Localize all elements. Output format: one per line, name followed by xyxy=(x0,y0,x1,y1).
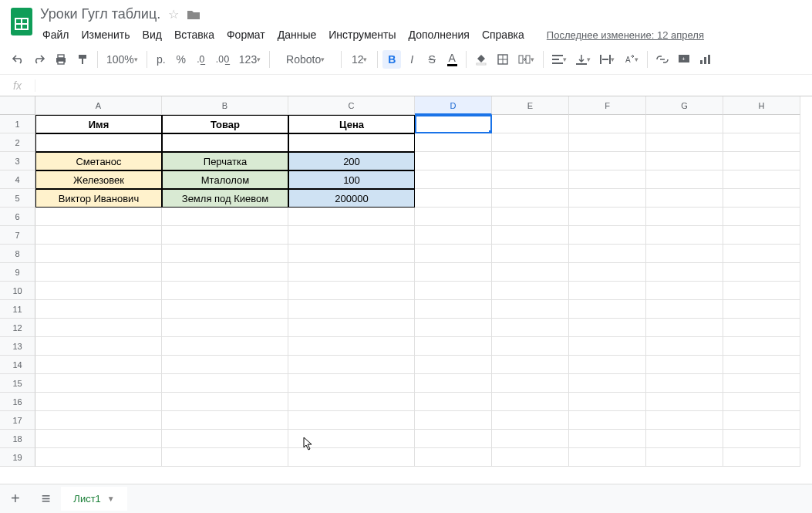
cell-F13[interactable] xyxy=(569,337,646,356)
cell-C10[interactable] xyxy=(288,282,415,300)
cell-D10[interactable] xyxy=(415,282,492,300)
cell-B4[interactable]: Мталолом xyxy=(162,170,288,189)
cell-E2[interactable] xyxy=(492,133,569,152)
cell-A17[interactable] xyxy=(35,411,162,430)
cell-E17[interactable] xyxy=(492,411,569,430)
fill-color-button[interactable] xyxy=(471,50,491,69)
cell-B16[interactable] xyxy=(162,393,288,411)
cell-C17[interactable] xyxy=(288,411,415,430)
cell-H1[interactable] xyxy=(723,115,800,133)
menu-insert[interactable]: Вставка xyxy=(169,25,220,44)
spreadsheet-grid[interactable]: ABCDEFGH1ИмяТоварЦена23СметаносПерчатка2… xyxy=(0,96,812,467)
cell-H18[interactable] xyxy=(723,430,800,448)
cell-D8[interactable] xyxy=(415,245,492,263)
bold-button[interactable]: B xyxy=(382,50,401,69)
row-header-6[interactable]: 6 xyxy=(0,208,35,226)
row-header-17[interactable]: 17 xyxy=(0,411,35,430)
row-header-7[interactable]: 7 xyxy=(0,226,35,245)
cell-B5[interactable]: Земля под Киевом xyxy=(162,189,288,208)
cell-C3[interactable]: 200 xyxy=(288,152,415,170)
row-header-15[interactable]: 15 xyxy=(0,374,35,393)
cell-D1[interactable] xyxy=(415,115,492,133)
row-header-9[interactable]: 9 xyxy=(0,263,35,282)
cell-B7[interactable] xyxy=(162,226,288,245)
cell-A8[interactable] xyxy=(35,245,162,263)
menu-edit[interactable]: Изменить xyxy=(76,25,135,44)
cell-F16[interactable] xyxy=(569,393,646,411)
cell-G10[interactable] xyxy=(646,282,723,300)
cell-F8[interactable] xyxy=(569,245,646,263)
merge-cells-button[interactable] xyxy=(514,52,538,67)
cell-F17[interactable] xyxy=(569,411,646,430)
cell-C19[interactable] xyxy=(288,448,415,467)
cell-H19[interactable] xyxy=(723,448,800,467)
cell-E1[interactable] xyxy=(492,115,569,133)
cell-H13[interactable] xyxy=(723,337,800,356)
cell-C7[interactable] xyxy=(288,226,415,245)
row-header-18[interactable]: 18 xyxy=(0,430,35,448)
cell-G7[interactable] xyxy=(646,226,723,245)
cell-D13[interactable] xyxy=(415,337,492,356)
cell-B15[interactable] xyxy=(162,374,288,393)
menu-view[interactable]: Вид xyxy=(137,25,167,44)
cell-E5[interactable] xyxy=(492,189,569,208)
cell-A18[interactable] xyxy=(35,430,162,448)
cell-A1[interactable]: Имя xyxy=(35,115,162,133)
cell-C12[interactable] xyxy=(288,319,415,337)
cell-C18[interactable] xyxy=(288,430,415,448)
cell-D17[interactable] xyxy=(415,411,492,430)
col-header-C[interactable]: C xyxy=(288,96,415,115)
cell-A13[interactable] xyxy=(35,337,162,356)
add-sheet-button[interactable]: + xyxy=(0,490,31,508)
cell-A19[interactable] xyxy=(35,448,162,467)
cell-B17[interactable] xyxy=(162,411,288,430)
cell-C4[interactable]: 100 xyxy=(288,170,415,189)
cell-B3[interactable]: Перчатка xyxy=(162,152,288,170)
cell-H14[interactable] xyxy=(723,356,800,374)
decrease-decimal-button[interactable]: .0̲ xyxy=(192,51,211,68)
more-formats-dropdown[interactable]: 123 xyxy=(235,50,264,69)
cell-E3[interactable] xyxy=(492,152,569,170)
cell-E14[interactable] xyxy=(492,356,569,374)
insert-chart-button[interactable] xyxy=(696,51,714,68)
cell-A3[interactable]: Сметанос xyxy=(35,152,162,170)
cell-F12[interactable] xyxy=(569,319,646,337)
cell-C9[interactable] xyxy=(288,263,415,282)
col-header-G[interactable]: G xyxy=(646,96,723,115)
cell-H17[interactable] xyxy=(723,411,800,430)
cell-F15[interactable] xyxy=(569,374,646,393)
cell-D14[interactable] xyxy=(415,356,492,374)
cell-E19[interactable] xyxy=(492,448,569,467)
paint-format-button[interactable] xyxy=(72,50,93,69)
cell-A11[interactable] xyxy=(35,300,162,319)
cell-A12[interactable] xyxy=(35,319,162,337)
row-header-8[interactable]: 8 xyxy=(0,245,35,263)
row-header-5[interactable]: 5 xyxy=(0,189,35,208)
cell-E7[interactable] xyxy=(492,226,569,245)
cell-H9[interactable] xyxy=(723,263,800,282)
cell-C15[interactable] xyxy=(288,374,415,393)
cell-G18[interactable] xyxy=(646,430,723,448)
cell-F3[interactable] xyxy=(569,152,646,170)
cell-A7[interactable] xyxy=(35,226,162,245)
cell-H15[interactable] xyxy=(723,374,800,393)
cell-G16[interactable] xyxy=(646,393,723,411)
sheet-tab[interactable]: Лист1 ▼ xyxy=(61,487,126,511)
row-header-13[interactable]: 13 xyxy=(0,337,35,356)
col-header-E[interactable]: E xyxy=(492,96,569,115)
move-folder-icon[interactable] xyxy=(187,9,200,20)
insert-comment-button[interactable]: + xyxy=(674,51,694,68)
cell-G1[interactable] xyxy=(646,115,723,133)
cell-H4[interactable] xyxy=(723,170,800,189)
cell-B18[interactable] xyxy=(162,430,288,448)
cell-F18[interactable] xyxy=(569,430,646,448)
zoom-dropdown[interactable]: 100% xyxy=(103,50,142,69)
cell-F2[interactable] xyxy=(569,133,646,152)
menu-format[interactable]: Формат xyxy=(221,25,271,44)
cell-A6[interactable] xyxy=(35,208,162,226)
cell-F14[interactable] xyxy=(569,356,646,374)
last-edit-link[interactable]: Последнее изменение: 12 апреля xyxy=(547,29,704,41)
row-header-4[interactable]: 4 xyxy=(0,170,35,189)
cell-B6[interactable] xyxy=(162,208,288,226)
cell-C5[interactable]: 200000 xyxy=(288,189,415,208)
